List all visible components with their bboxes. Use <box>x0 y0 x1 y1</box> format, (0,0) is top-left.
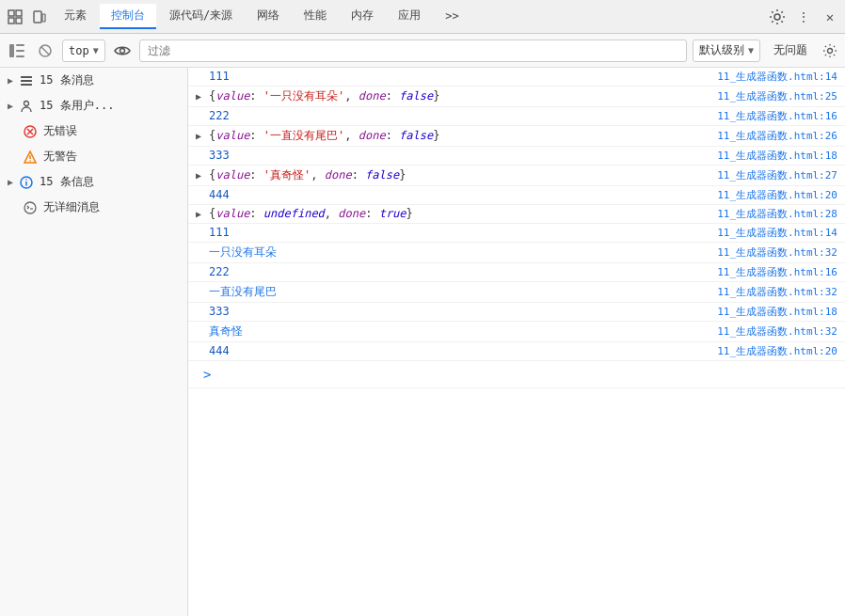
console-content-7: ▶ {value: undefined, done: true} <box>196 207 717 220</box>
filter-toolbar: top ▼ 默认级别 ▼ 无问题 <box>0 34 845 68</box>
filter-input[interactable] <box>139 39 687 62</box>
svg-point-26 <box>25 179 27 181</box>
svg-point-13 <box>120 48 124 53</box>
devtools-icon[interactable] <box>4 6 26 28</box>
console-row-7: ▶ {value: undefined, done: true} 11_生成器函… <box>188 205 845 224</box>
sidebar-errors-label: 无错误 <box>43 123 77 139</box>
log-level-selector[interactable]: 默认级别 ▼ <box>693 39 760 62</box>
tab-console[interactable]: 控制台 <box>100 4 156 29</box>
expand-arrow-5[interactable]: ▶ <box>196 170 205 181</box>
console-content-8: ▶ 111 <box>196 226 717 239</box>
console-value-0: 111 <box>209 70 230 83</box>
console-value-8: 111 <box>209 226 230 239</box>
tab-memory[interactable]: 内存 <box>340 4 385 29</box>
console-source-2[interactable]: 11_生成器函数.html:16 <box>717 109 845 123</box>
tab-application[interactable]: 应用 <box>387 4 432 29</box>
console-source-4[interactable]: 11_生成器函数.html:18 <box>717 149 845 163</box>
svg-rect-17 <box>21 84 32 86</box>
console-row-9: ▶ 一只没有耳朵 11_生成器函数.html:32 <box>188 243 845 263</box>
console-source-3[interactable]: 11_生成器函数.html:26 <box>717 129 845 143</box>
svg-rect-9 <box>16 50 24 52</box>
more-tabs-button[interactable]: >> <box>434 6 470 28</box>
user-messages-arrow: ▶ <box>8 101 13 111</box>
console-source-6[interactable]: 11_生成器函数.html:20 <box>717 188 845 202</box>
console-row-2: ▶ 222 11_生成器函数.html:16 <box>188 107 845 126</box>
console-row-3: ▶ {value: '一直没有尾巴', done: false} 11_生成器函… <box>188 126 845 147</box>
info-arrow: ▶ <box>8 177 13 187</box>
console-source-11[interactable]: 11_生成器函数.html:32 <box>717 285 845 299</box>
console-row-1: ▶ {value: '一只没有耳朵', done: false} 11_生成器函… <box>188 87 845 107</box>
svg-rect-1 <box>16 10 22 16</box>
device-icon[interactable] <box>28 6 51 28</box>
svg-rect-5 <box>42 14 45 22</box>
live-expressions-icon[interactable] <box>111 39 134 62</box>
svg-rect-0 <box>8 10 14 16</box>
svg-point-27 <box>24 202 36 213</box>
console-output: ▶ 111 11_生成器函数.html:14 ▶ {value: '一只没有耳朵… <box>188 68 845 616</box>
console-row-0: ▶ 111 11_生成器函数.html:14 <box>188 68 845 87</box>
console-content-1: ▶ {value: '一只没有耳朵', done: false} <box>196 88 717 104</box>
svg-point-6 <box>774 14 780 20</box>
console-source-8[interactable]: 11_生成器函数.html:14 <box>717 226 845 240</box>
settings-icon[interactable] <box>766 6 789 28</box>
console-row-8: ▶ 111 11_生成器函数.html:14 <box>188 224 845 243</box>
console-content-10: ▶ 222 <box>196 265 717 278</box>
console-source-7[interactable]: 11_生成器函数.html:28 <box>717 207 845 221</box>
console-source-0[interactable]: 11_生成器函数.html:14 <box>717 70 845 84</box>
sidebar-item-warnings[interactable]: 无警告 <box>0 144 187 169</box>
console-value-6: 444 <box>209 188 230 201</box>
console-source-12[interactable]: 11_生成器函数.html:18 <box>717 305 845 319</box>
console-row-12: ▶ 333 11_生成器函数.html:18 <box>188 303 845 322</box>
console-prompt-icon[interactable]: > <box>196 363 218 386</box>
console-source-13[interactable]: 11_生成器函数.html:32 <box>717 324 845 339</box>
console-source-1[interactable]: 11_生成器函数.html:25 <box>717 89 845 103</box>
console-content-5: ▶ {value: '真奇怪', done: false} <box>196 167 717 183</box>
context-selector[interactable]: top ▼ <box>62 39 105 62</box>
user-icon <box>19 99 34 114</box>
tab-elements[interactable]: 元素 <box>53 4 98 29</box>
console-source-10[interactable]: 11_生成器函数.html:16 <box>717 265 845 279</box>
sidebar-item-messages[interactable]: ▶ 15 条消息 <box>0 68 187 93</box>
svg-line-12 <box>41 47 49 55</box>
console-value-12: 333 <box>209 305 230 318</box>
top-toolbar: 元素 控制台 源代码/来源 网络 性能 内存 应用 >> ⋮ ✕ <box>0 0 845 34</box>
console-settings-icon[interactable] <box>821 41 839 60</box>
svg-rect-10 <box>16 55 24 57</box>
tab-performance[interactable]: 性能 <box>293 4 338 29</box>
console-content-4: ▶ 333 <box>196 149 717 162</box>
close-icon[interactable]: ✕ <box>819 6 841 28</box>
context-dropdown-arrow: ▼ <box>93 45 99 55</box>
context-value: top <box>69 44 89 57</box>
sidebar-warnings-label: 无警告 <box>43 149 77 165</box>
console-row-6: ▶ 444 11_生成器函数.html:20 <box>188 186 845 205</box>
log-level-label: 默认级别 <box>699 42 744 58</box>
console-content-3: ▶ {value: '一直没有尾巴', done: false} <box>196 128 717 144</box>
svg-rect-2 <box>8 18 14 24</box>
console-source-5[interactable]: 11_生成器函数.html:27 <box>717 168 845 182</box>
no-issues-badge: 无问题 <box>766 40 815 60</box>
console-content-13: ▶ 真奇怪 <box>196 324 717 340</box>
console-content-12: ▶ 333 <box>196 305 717 318</box>
tab-sources[interactable]: 源代码/来源 <box>158 4 244 29</box>
console-source-9[interactable]: 11_生成器函数.html:32 <box>717 245 845 260</box>
expand-arrow-7[interactable]: ▶ <box>196 209 205 219</box>
console-value-4: 333 <box>209 149 230 162</box>
svg-rect-4 <box>34 11 41 23</box>
svg-rect-3 <box>16 18 22 24</box>
sidebar-item-errors[interactable]: 无错误 <box>0 118 187 144</box>
left-sidebar: ▶ 15 条消息 ▶ 15 条用户... <box>0 68 188 616</box>
sidebar-item-info[interactable]: ▶ 15 条信息 <box>0 169 187 195</box>
expand-arrow-1[interactable]: ▶ <box>196 91 205 102</box>
tab-network[interactable]: 网络 <box>246 4 291 29</box>
sidebar-item-verbose[interactable]: 无详细消息 <box>0 195 187 220</box>
more-options-icon[interactable]: ⋮ <box>792 6 815 28</box>
svg-rect-8 <box>16 44 24 46</box>
console-row-4: ▶ 333 11_生成器函数.html:18 <box>188 147 845 166</box>
console-content-6: ▶ 444 <box>196 188 717 201</box>
console-source-14[interactable]: 11_生成器函数.html:20 <box>717 344 845 358</box>
clear-console-icon[interactable] <box>34 39 56 62</box>
sidebar-item-user-messages[interactable]: ▶ 15 条用户... <box>0 93 187 118</box>
sidebar-verbose-label: 无详细消息 <box>43 199 100 215</box>
expand-arrow-3[interactable]: ▶ <box>196 131 205 141</box>
sidebar-toggle-icon[interactable] <box>6 39 28 62</box>
